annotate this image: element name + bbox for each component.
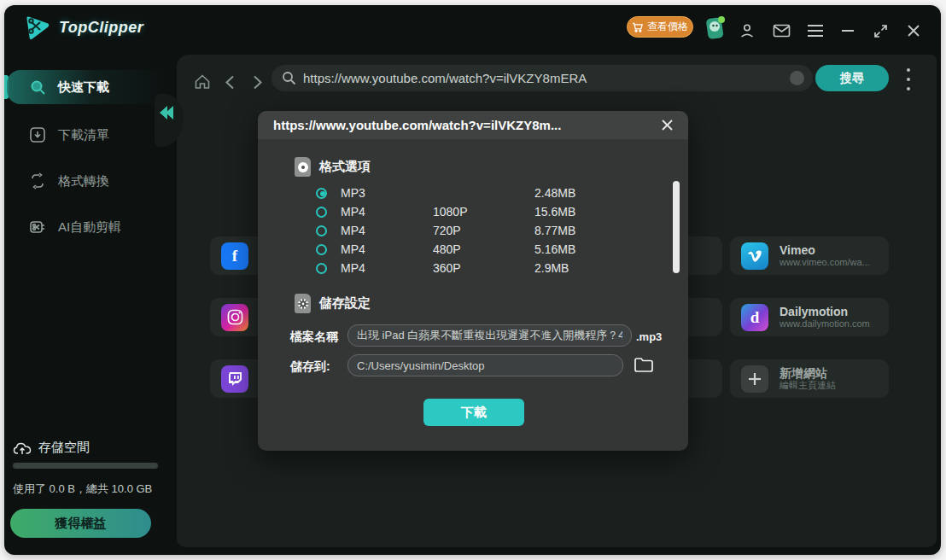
save-section-title: 儲存設定 xyxy=(319,295,371,312)
format-section-header: 格式選項 xyxy=(295,157,371,177)
app-window: TopClipper 查看價格 快速下載 xyxy=(4,5,941,555)
user-icon[interactable] xyxy=(737,20,757,41)
download-dialog: https://www.youtube.com/watch?v=ilVKZY8m… xyxy=(258,111,688,451)
filename-input[interactable] xyxy=(347,324,632,347)
chevron-left-icon xyxy=(166,106,173,120)
filename-extension: .mp3 xyxy=(636,330,662,343)
expand-icon[interactable] xyxy=(870,20,891,41)
more-options-icon[interactable] xyxy=(904,68,913,90)
radio-selected-icon[interactable] xyxy=(316,188,327,199)
option-format: MP4 xyxy=(341,205,365,219)
site-title: Vimeo xyxy=(780,243,870,257)
save-section-header: 儲存設定 xyxy=(295,294,371,313)
site-card-dailymotion[interactable]: d Dailymotion www.dailymotion.com xyxy=(730,298,889,336)
search-button-label: 搜尋 xyxy=(840,71,864,86)
site-subtitle: www.dailymotion.com xyxy=(780,318,870,330)
sidebar-item-label: AI自動剪輯 xyxy=(58,219,121,236)
format-section-title: 格式選項 xyxy=(319,159,371,175)
format-option-mp3[interactable]: MP3 2.48MB xyxy=(309,184,668,202)
option-quality: 1080P xyxy=(433,205,467,219)
download-button[interactable]: 下載 xyxy=(423,399,524,426)
option-format: MP3 xyxy=(341,186,365,200)
app-title: TopClipper xyxy=(59,19,143,37)
option-size: 5.16MB xyxy=(534,242,575,256)
option-quality: 480P xyxy=(433,242,461,256)
view-price-button[interactable]: 查看價格 xyxy=(627,16,693,38)
sidebar-item-label: 下載清單 xyxy=(58,127,109,143)
search-icon xyxy=(29,79,46,96)
minimize-icon[interactable] xyxy=(838,20,858,41)
facebook-icon: f xyxy=(221,242,248,270)
sidebar-item-quick-download[interactable]: 快速下載 xyxy=(7,70,166,104)
option-format: MP4 xyxy=(341,261,365,275)
radio-icon[interactable] xyxy=(316,207,327,218)
option-size: 15.6MB xyxy=(534,205,575,219)
option-format: MP4 xyxy=(341,242,365,256)
sidebar-item-label: 格式轉換 xyxy=(58,173,109,190)
twitch-icon xyxy=(221,365,248,393)
option-quality: 360P xyxy=(433,261,461,275)
media-file-icon xyxy=(295,157,311,177)
forward-icon[interactable] xyxy=(253,75,263,93)
radio-icon[interactable] xyxy=(316,244,327,255)
option-size: 2.48MB xyxy=(534,186,575,200)
convert-icon xyxy=(29,172,46,190)
radio-icon[interactable] xyxy=(316,225,327,236)
dialog-scrollbar[interactable] xyxy=(673,181,680,273)
save-to-label: 儲存到: xyxy=(290,359,330,375)
option-format: MP4 xyxy=(341,224,365,237)
dailymotion-icon: d xyxy=(741,304,768,331)
dialog-title: https://www.youtube.com/watch?v=ilVKZY8m… xyxy=(273,118,561,132)
close-icon[interactable] xyxy=(903,20,924,41)
browse-folder-icon[interactable] xyxy=(632,354,655,376)
url-input[interactable] xyxy=(303,71,783,85)
search-icon xyxy=(282,71,296,85)
cloud-upload-icon xyxy=(13,440,32,456)
settings-file-icon xyxy=(295,294,311,313)
option-size: 2.9MB xyxy=(534,261,569,275)
app-logo: TopClipper xyxy=(23,14,143,41)
storage-title: 存儲空間 xyxy=(38,440,90,456)
save-path-input[interactable] xyxy=(347,354,623,376)
url-bar xyxy=(272,65,813,91)
home-icon[interactable] xyxy=(194,73,211,94)
sidebar-item-ai-clip[interactable]: AI自動剪輯 xyxy=(7,210,166,244)
filename-label: 檔案名稱 xyxy=(290,330,338,345)
storage-usage-text: 使用了 0.0 B，總共 10.0 GB xyxy=(13,481,152,497)
clear-url-icon[interactable] xyxy=(790,71,804,85)
site-card-add-site[interactable]: 新增網站 編輯主頁連結 xyxy=(730,359,889,398)
format-option-mp4-1080p[interactable]: MP4 1080P 15.6MB xyxy=(309,202,668,221)
format-option-mp4-360p[interactable]: MP4 360P 2.9MB xyxy=(309,259,668,277)
format-option-mp4-720p[interactable]: MP4 720P 8.77MB xyxy=(309,221,668,240)
site-title: 新增網站 xyxy=(780,366,836,380)
format-option-mp4-480p[interactable]: MP4 480P 5.16MB xyxy=(309,240,668,259)
storage-progress-bar xyxy=(13,463,158,469)
vimeo-icon xyxy=(741,242,768,270)
site-card-vimeo[interactable]: Vimeo www.vimeo.com/wa... xyxy=(730,236,889,275)
site-subtitle: www.vimeo.com/wa... xyxy=(780,257,870,268)
radio-icon[interactable] xyxy=(316,263,327,274)
sidebar-item-download-list[interactable]: 下載清單 xyxy=(7,118,166,152)
logo-icon xyxy=(23,14,52,41)
cart-icon xyxy=(632,22,643,32)
search-button[interactable]: 搜尋 xyxy=(815,65,889,91)
add-site-icon xyxy=(741,365,768,393)
site-title: Dailymotion xyxy=(780,305,870,318)
download-list-icon xyxy=(29,126,46,143)
back-icon[interactable] xyxy=(225,75,235,93)
option-quality: 720P xyxy=(433,224,461,237)
get-benefits-button[interactable]: 獲得權益 xyxy=(10,509,151,538)
mail-icon[interactable] xyxy=(771,20,791,41)
site-subtitle: 編輯主頁連結 xyxy=(780,380,836,391)
storage-section-header: 存儲空間 xyxy=(13,440,90,456)
ai-clip-icon xyxy=(29,219,46,236)
dialog-header: https://www.youtube.com/watch?v=ilVKZY8m… xyxy=(258,111,688,139)
mascot-icon[interactable] xyxy=(704,15,727,41)
gear-icon xyxy=(297,298,309,310)
sidebar-item-format-convert[interactable]: 格式轉換 xyxy=(7,164,166,198)
view-price-label: 查看價格 xyxy=(647,20,688,34)
menu-icon[interactable] xyxy=(805,20,826,41)
download-button-label: 下載 xyxy=(461,405,487,421)
dialog-close-icon[interactable] xyxy=(659,118,674,133)
sidebar-item-label: 快速下載 xyxy=(58,79,109,96)
